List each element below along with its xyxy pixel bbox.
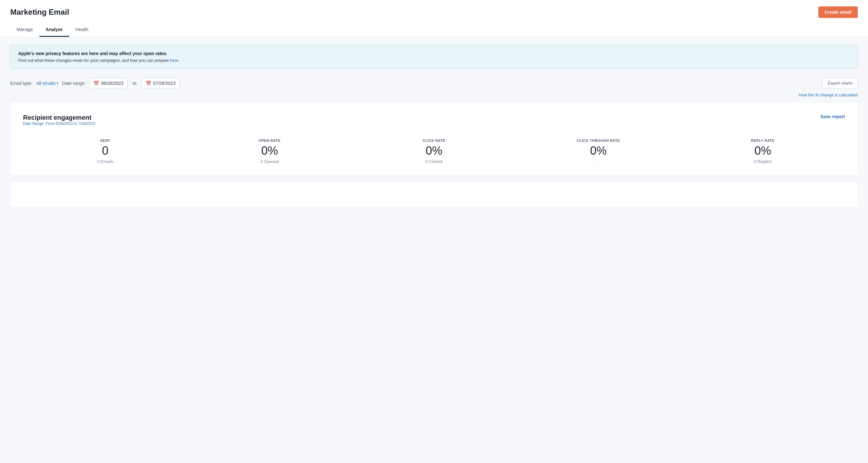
notice-body: Find out what these changes mean for you…: [18, 58, 850, 63]
metrics-row: SENT 0 0 Emails OPEN RATE 0% 0 Opened CL…: [23, 139, 845, 164]
metric-reply_rate: REPLY RATE 0% 0 Replied: [681, 139, 845, 164]
engagement-date-range: Date Range: From 6/26/2023 to 7/26/2023: [23, 121, 95, 126]
notice-banner: Apple's new privacy features are here an…: [10, 45, 858, 69]
date-from-value: 06/26/2023: [101, 81, 123, 86]
metric-sub-click_rate: 0 Clicked: [425, 159, 442, 164]
email-type-select[interactable]: All emails ▾: [36, 81, 58, 86]
metric-click_through_rate: CLICK-THROUGH RATE 0% -: [516, 139, 681, 164]
metric-value-reply_rate: 0%: [754, 145, 771, 157]
metric-open_rate: OPEN RATE 0% 0 Opened: [187, 139, 352, 164]
metric-label-reply_rate: REPLY RATE: [751, 139, 774, 142]
metric-value-open_rate: 0%: [261, 145, 278, 157]
date-to-value: 07/26/2023: [153, 81, 176, 86]
chevron-down-icon: ▾: [57, 81, 58, 85]
metric-label-click_through_rate: CLICK-THROUGH RATE: [577, 139, 620, 142]
bottom-card: [10, 182, 858, 207]
metric-click_rate: CLICK RATE 0% 0 Clicked: [352, 139, 516, 164]
metric-label-sent: SENT: [100, 139, 111, 142]
metric-sent: SENT 0 0 Emails: [23, 139, 187, 164]
calendar-icon: 📅: [94, 81, 99, 86]
date-from-input[interactable]: 📅 06/26/2023: [89, 78, 127, 88]
filters-row: Email type: All emails ▾ Date range: 📅 0…: [10, 78, 858, 88]
pct-change-row: How the % change is calculated: [10, 92, 858, 97]
calendar-icon-2: 📅: [146, 81, 151, 86]
create-email-button[interactable]: Create email: [818, 6, 858, 18]
metric-value-click_through_rate: 0%: [590, 145, 607, 157]
metric-sub-reply_rate: 0 Replied: [754, 159, 772, 164]
metric-value-click_rate: 0%: [426, 145, 442, 157]
card-header: Recipient engagement Date Range: From 6/…: [23, 114, 845, 136]
date-to-input[interactable]: 📅 07/26/2023: [142, 78, 180, 88]
notice-link[interactable]: here: [170, 58, 178, 63]
metric-label-open_rate: OPEN RATE: [259, 139, 281, 142]
pct-change-link[interactable]: How the % change is calculated: [799, 93, 858, 97]
metric-label-click_rate: CLICK RATE: [423, 139, 445, 142]
tab-manage[interactable]: Manage: [10, 23, 39, 37]
metric-sub-open_rate: 0 Opened: [260, 159, 279, 164]
email-type-value: All emails: [36, 81, 55, 86]
filters-left: Email type: All emails ▾ Date range: 📅 0…: [10, 78, 180, 88]
engagement-card: Recipient engagement Date Range: From 6/…: [10, 102, 858, 175]
tab-nav: Manage Analyze Health: [10, 23, 858, 37]
card-title-block: Recipient engagement Date Range: From 6/…: [23, 114, 95, 136]
card-title: Recipient engagement: [23, 114, 95, 121]
date-separator: to: [133, 81, 136, 86]
email-type-label: Email type:: [10, 81, 32, 86]
export-charts-button[interactable]: Export charts: [822, 78, 858, 88]
save-report-link[interactable]: Save report: [820, 114, 845, 119]
metric-sub-click_through_rate: -: [598, 159, 599, 164]
date-range-label: Date range:: [62, 81, 86, 86]
notice-title: Apple's new privacy features are here an…: [18, 51, 850, 56]
page-title: Marketing Email: [10, 8, 69, 16]
metric-sub-sent: 0 Emails: [97, 159, 113, 164]
tab-analyze[interactable]: Analyze: [39, 23, 69, 37]
tab-health[interactable]: Health: [69, 23, 95, 37]
metric-value-sent: 0: [102, 145, 108, 157]
